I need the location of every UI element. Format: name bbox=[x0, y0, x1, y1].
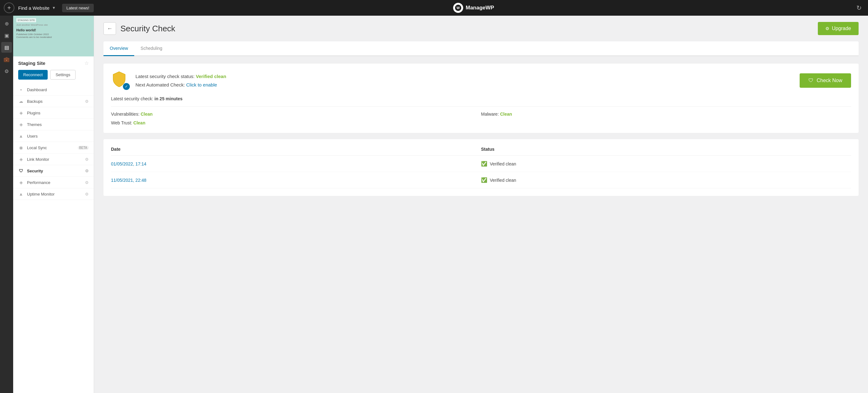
sidebar-item-label: Uptime Monitor bbox=[27, 192, 55, 197]
preview-label: STAGING SITE bbox=[16, 18, 36, 22]
upgrade-gear-icon: ⚙ bbox=[825, 26, 830, 31]
latest-check-info: Latest security check: in 25 minutes bbox=[111, 96, 851, 101]
users-icon: ▲ bbox=[18, 133, 24, 138]
sidebar-item-backups[interactable]: ☁ Backups ⚙ bbox=[13, 96, 94, 107]
news-badge[interactable]: Latest news! bbox=[62, 4, 94, 12]
sidebar-item-users[interactable]: ▲ Users bbox=[13, 130, 94, 142]
favorite-star-icon[interactable]: ☆ bbox=[84, 60, 89, 66]
sidebar-item-label: Performance bbox=[27, 180, 50, 185]
icon-bar: ⊕ ▣ ▤ 💼 ⚙ bbox=[0, 16, 13, 393]
upgrade-label: Upgrade bbox=[832, 26, 851, 31]
history-date-2[interactable]: 11/05/2021, 22:48 bbox=[111, 178, 481, 183]
check-now-shield-icon: 🛡 bbox=[808, 78, 813, 84]
latest-check-label: Latest security check: bbox=[111, 96, 153, 101]
security-status-text: Latest security check status: Verified c… bbox=[135, 72, 226, 89]
site-actions: Reconnect Settings bbox=[13, 70, 94, 84]
sidebar-item-label: Backups bbox=[27, 99, 43, 104]
reconnect-button[interactable]: Reconnect bbox=[18, 70, 48, 79]
status-label: Latest security check status: bbox=[135, 74, 196, 79]
sidebar-item-performance[interactable]: ◈ Performance ⚙ bbox=[13, 177, 94, 188]
click-to-enable-link[interactable]: Click to enable bbox=[186, 82, 217, 88]
history-card: Date Status 01/05/2022, 17:14 ✅ Verified… bbox=[103, 139, 859, 196]
scroll-indicator bbox=[92, 31, 93, 41]
beta-badge: BETA bbox=[78, 146, 89, 150]
sidebar-item-themes[interactable]: ◈ Themes bbox=[13, 119, 94, 130]
vulnerabilities-check: Vulnerabilities: Clean bbox=[111, 111, 481, 117]
sidebar-item-label: Dashboard bbox=[27, 88, 47, 92]
malware-value: Clean bbox=[500, 111, 512, 117]
gear-icon[interactable]: ⚙ bbox=[85, 169, 89, 173]
latest-check-value: in 25 minutes bbox=[155, 96, 183, 101]
themes-icon: ◈ bbox=[18, 122, 24, 127]
security-icon: 🛡 bbox=[18, 168, 24, 173]
sidebar-item-label: Users bbox=[27, 134, 38, 138]
web-trust-check: Web Trust: Clean bbox=[111, 120, 481, 125]
gear-icon[interactable]: ⚙ bbox=[85, 99, 89, 104]
divider bbox=[111, 106, 851, 106]
check-now-button[interactable]: 🛡 Check Now bbox=[800, 73, 851, 88]
history-date-1[interactable]: 01/05/2022, 17:14 bbox=[111, 161, 481, 166]
dashboard-icon: ▪ bbox=[18, 87, 24, 92]
tab-overview[interactable]: Overview bbox=[103, 41, 134, 56]
history-status-text-1: Verified clean bbox=[490, 161, 516, 166]
preview-meta: Published 10th October 2022Comments are … bbox=[16, 33, 91, 38]
gear-icon[interactable]: ⚙ bbox=[85, 180, 89, 185]
sidebar-item-local-sync[interactable]: ◉ Local Sync BETA bbox=[13, 142, 94, 154]
icon-bar-home[interactable]: ⊕ bbox=[1, 18, 12, 29]
sidebar-item-security[interactable]: 🛡 Security ⚙ bbox=[13, 165, 94, 177]
sidebar-item-uptime-monitor[interactable]: ▲ Uptime Monitor ⚙ bbox=[13, 188, 94, 200]
find-website-dropdown[interactable]: Find a Website ▼ bbox=[18, 5, 56, 11]
preview-subtitle: Just another WordPress site bbox=[16, 24, 91, 26]
site-header: Staging Site ☆ bbox=[13, 57, 94, 70]
sidebar-item-link-monitor[interactable]: ◈ Link Monitor ⚙ bbox=[13, 154, 94, 165]
sidebar-item-label: Local Sync bbox=[27, 145, 47, 150]
back-button[interactable]: ← bbox=[103, 22, 116, 35]
status-left: ✓ Latest security check status: Verified… bbox=[111, 71, 226, 90]
web-trust-label: Web Trust: bbox=[111, 120, 133, 125]
svg-text:W: W bbox=[457, 6, 460, 10]
logo-text: ManageWP bbox=[466, 5, 494, 11]
sidebar-item-plugins[interactable]: ◈ Plugins bbox=[13, 107, 94, 119]
history-status-text-2: Verified clean bbox=[490, 178, 516, 183]
sidebar-item-label: Security bbox=[27, 169, 43, 173]
icon-bar-settings[interactable]: ⚙ bbox=[1, 66, 12, 76]
icon-bar-monitor[interactable]: ▣ bbox=[1, 30, 12, 41]
security-status-card: ✓ Latest security check status: Verified… bbox=[103, 64, 859, 133]
history-status-1: ✅ Verified clean bbox=[481, 161, 851, 167]
site-name: Staging Site bbox=[18, 61, 45, 66]
sidebar-item-label: Link Monitor bbox=[27, 157, 49, 162]
link-monitor-icon: ◈ bbox=[18, 157, 24, 162]
table-row: 11/05/2021, 22:48 ✅ Verified clean bbox=[111, 172, 851, 188]
vulnerabilities-label: Vulnerabilities: bbox=[111, 111, 141, 117]
uptime-icon: ▲ bbox=[18, 192, 24, 197]
logo-icon: W bbox=[453, 3, 463, 13]
site-preview: STAGING SITE Just another WordPress site… bbox=[13, 16, 94, 57]
vulnerabilities-value: Clean bbox=[141, 111, 152, 117]
find-website-label: Find a Website bbox=[18, 5, 50, 11]
gear-icon[interactable]: ⚙ bbox=[85, 157, 89, 162]
sidebar-item-label: Themes bbox=[27, 122, 42, 127]
tab-scheduling[interactable]: Scheduling bbox=[134, 41, 168, 56]
settings-button[interactable]: Settings bbox=[50, 70, 75, 79]
malware-check: Malware: Clean bbox=[481, 111, 851, 117]
security-status-row: ✓ Latest security check status: Verified… bbox=[111, 71, 851, 90]
sidebar-item-dashboard[interactable]: ▪ Dashboard bbox=[13, 84, 94, 96]
gear-icon[interactable]: ⚙ bbox=[85, 192, 89, 197]
main-content: ← Security Check ⚙ Upgrade Overview Sche… bbox=[94, 16, 868, 393]
upgrade-button[interactable]: ⚙ Upgrade bbox=[818, 22, 859, 35]
sidebar-menu: ▪ Dashboard ☁ Backups ⚙ ◈ Plugins bbox=[13, 84, 94, 393]
content-body: Overview Scheduling ✓ Latest securit bbox=[94, 41, 868, 205]
refresh-button[interactable]: ↻ bbox=[854, 2, 864, 13]
verified-icon-1: ✅ bbox=[481, 161, 487, 167]
web-trust-value: Clean bbox=[133, 120, 145, 125]
plugins-icon: ◈ bbox=[18, 110, 24, 115]
add-website-button[interactable]: + bbox=[4, 2, 14, 13]
history-status-2: ✅ Verified clean bbox=[481, 177, 851, 183]
check-now-label: Check Now bbox=[816, 78, 842, 84]
icon-bar-briefcase[interactable]: 💼 bbox=[1, 54, 12, 65]
content-header: ← Security Check ⚙ Upgrade bbox=[94, 16, 868, 41]
shield-icon-wrap: ✓ bbox=[111, 71, 130, 90]
icon-bar-content[interactable]: ▤ bbox=[1, 42, 12, 53]
topbar: + Find a Website ▼ Latest news! W Manage… bbox=[0, 0, 868, 16]
sidebar: STAGING SITE Just another WordPress site… bbox=[13, 16, 94, 393]
